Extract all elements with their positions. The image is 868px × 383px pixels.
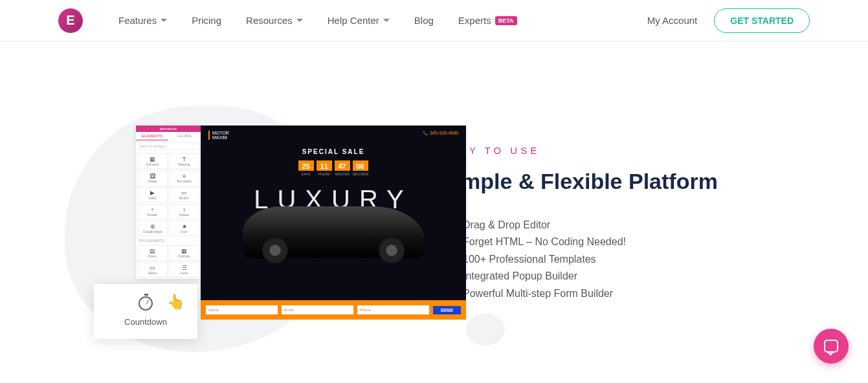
beta-badge: BETA — [495, 16, 517, 25]
widget-icon[interactable]: ★Icon — [169, 221, 199, 236]
countdown-hours: 11 — [317, 160, 332, 171]
feature-list: Drag & Drop Editor Forget HTML – No Codi… — [440, 217, 718, 302]
site-header: E Features Pricing Resources Help Center… — [0, 0, 868, 41]
countdown-widget-card[interactable]: Countdown — [94, 284, 197, 339]
feature-item: Integrated Popup Builder — [463, 268, 718, 285]
editor-panel: elementor ELEMENTS GLOBAL Search Widget.… — [136, 126, 201, 279]
chevron-down-icon — [161, 19, 167, 22]
widget-form[interactable]: ☰Form — [169, 262, 199, 278]
bg-blob-small — [466, 313, 505, 345]
widget-video[interactable]: ▶Video — [137, 187, 168, 202]
widget-spacer[interactable]: ↕Spacer — [169, 204, 199, 219]
editor-tab-elements[interactable]: ELEMENTS — [136, 132, 168, 140]
countdown-minutes: 47 — [335, 160, 350, 171]
feature-item: Forget HTML – No Coding Needed! — [463, 234, 718, 250]
widget-posts[interactable]: ▤Posts — [137, 245, 168, 261]
widget-text-editor[interactable]: ≡Text Editor — [169, 170, 199, 186]
editor-search-input[interactable]: Search Widget... — [138, 142, 199, 150]
car-image — [243, 206, 424, 258]
form-send-button[interactable]: SEND — [433, 306, 461, 314]
widget-image[interactable]: 🖼Image — [137, 170, 168, 186]
widget-google-maps[interactable]: ⊕Google Maps — [137, 221, 168, 236]
preview-phone: 📞 045-928-4000 — [423, 131, 458, 140]
feature-item: 100+ Professional Templates — [463, 251, 718, 268]
feature-item: Drag & Drop Editor — [463, 217, 718, 234]
form-name-input[interactable]: Name — [206, 305, 278, 314]
stopwatch-icon — [139, 296, 153, 311]
phone-icon: 📞 — [423, 131, 428, 135]
chevron-down-icon — [296, 19, 303, 22]
widget-button[interactable]: ▭Button — [169, 187, 199, 202]
primary-nav: Features Pricing Resources Help Center B… — [118, 15, 517, 26]
get-started-button[interactable]: GET STARTED — [714, 8, 810, 33]
form-phone-input[interactable]: Phone — [357, 305, 429, 314]
widget-portfolio[interactable]: ▦Portfolio — [169, 245, 199, 261]
countdown-days: 25 — [298, 160, 314, 171]
countdown-widget-label: Countdown — [124, 317, 167, 327]
editor-topbar: elementor — [136, 126, 201, 132]
preview-brand: MOTORMAXIM — [208, 131, 229, 140]
preview-canvas: MOTORMAXIM 📞 045-928-4000 SPECIAL SALE 2… — [201, 126, 466, 320]
nav-experts[interactable]: ExpertsBETA — [458, 15, 517, 26]
widget-divider[interactable]: ÷Divider — [137, 204, 168, 219]
nav-features[interactable]: Features — [118, 15, 167, 26]
countdown-timer: 25DAYS 11HOURS 47MINUTES 06SECONDS — [201, 160, 466, 176]
editor-tab-global[interactable]: GLOBAL — [168, 132, 201, 140]
chevron-down-icon — [383, 19, 390, 22]
nav-help-center[interactable]: Help Center — [328, 15, 390, 26]
form-email-input[interactable]: Email — [282, 305, 353, 314]
pro-section-label: PRO ELEMENTS — [136, 237, 201, 244]
chat-launcher-button[interactable] — [814, 329, 849, 364]
nav-pricing[interactable]: Pricing — [192, 15, 221, 26]
countdown-seconds: 06 — [353, 160, 368, 171]
brand-logo[interactable]: E — [58, 8, 83, 33]
editor-brand: elementor — [160, 127, 177, 131]
section-headline: Simple & Flexible Platform — [440, 169, 718, 194]
feature-copy: EASY TO USE Simple & Flexible Platform D… — [440, 145, 718, 302]
cursor-pointer-icon: 👆 — [167, 294, 184, 311]
main-content: elementor ELEMENTS GLOBAL Search Widget.… — [0, 41, 868, 302]
widget-slides[interactable]: ▭Slides — [137, 262, 168, 278]
feature-item: Powerful Multi-step Form Builder — [463, 285, 718, 302]
widget-heading[interactable]: THeading — [169, 153, 199, 169]
sale-label: SPECIAL SALE — [201, 148, 466, 155]
eyebrow-text: EASY TO USE — [440, 145, 718, 156]
widget-columns[interactable]: ▦Columns — [137, 153, 168, 169]
my-account-link[interactable]: My Account — [647, 15, 698, 26]
nav-blog[interactable]: Blog — [414, 15, 434, 26]
nav-resources[interactable]: Resources — [246, 15, 303, 26]
chat-icon — [824, 340, 838, 353]
preview-form: Name Email Phone SEND — [201, 300, 466, 320]
